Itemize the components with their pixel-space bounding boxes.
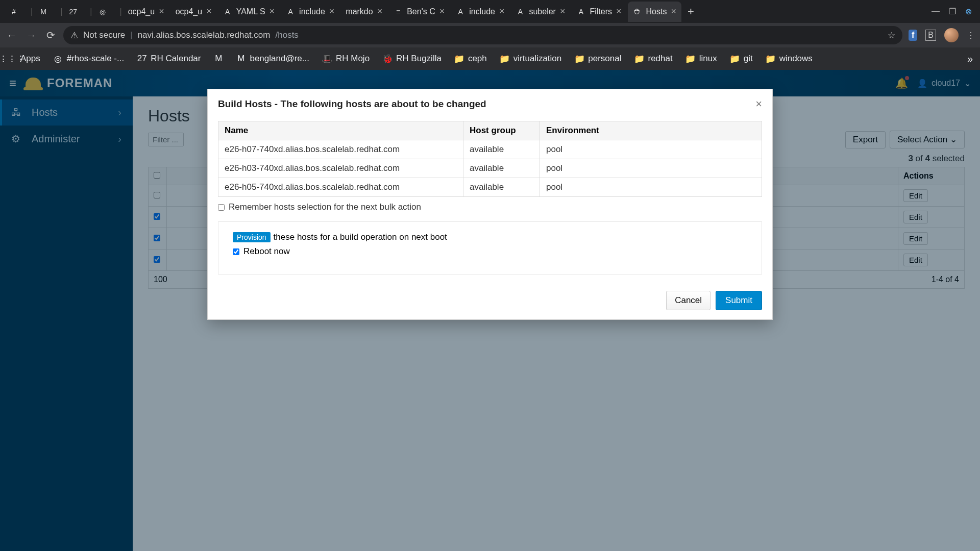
bookmark-item[interactable]: 27RH Calendar [137,54,201,64]
tab-favicon: A [456,7,465,16]
bookmark-item[interactable]: 📁linux [686,54,717,64]
bookmarks-bar: ⋮⋮⋮Apps◎#rhos-scale -...27RH CalendarMMb… [0,47,980,70]
bookmark-item[interactable]: 📁windows [766,54,813,64]
browser-tab[interactable]: ⛑Hosts× [628,2,681,22]
bookmark-item[interactable]: 📁virtualization [500,54,562,64]
bookmark-icon: M [214,54,223,63]
tab-favicon: ⛑ [633,7,642,16]
tab-favicon: 27 [68,7,78,16]
bookmark-item[interactable]: ⋮⋮⋮Apps [7,54,40,64]
bookmark-label: RH Mojo [336,54,370,64]
browser-tab[interactable]: 27 [63,2,89,22]
remember-checkbox-row[interactable]: Remember hosts selection for the next bu… [218,202,762,212]
tab-close-icon[interactable]: × [439,6,445,17]
tab-close-icon[interactable]: × [560,6,566,17]
bookmark-item[interactable]: 📁ceph [455,54,487,64]
menu-icon[interactable]: ⋮ [967,31,975,40]
browser-tab[interactable]: ocp4_u× [170,2,217,22]
tab-label: include [299,7,325,16]
provision-text: these hosts for a build operation on nex… [274,232,447,242]
reboot-row[interactable]: Reboot now [233,246,747,257]
tab-label: Filters [590,7,612,16]
tab-label: ocp4_u [128,7,155,16]
tab-favicon: A [286,7,295,16]
bookmark-item[interactable]: 📁git [730,54,753,64]
bookmark-item[interactable]: Mbengland@re... [236,54,309,64]
bookmark-icon: 📁 [730,54,740,63]
reload-button[interactable]: ⟳ [44,29,57,41]
tab-label: Ben's C [407,7,435,16]
remember-checkbox[interactable] [218,204,225,211]
tab-close-icon[interactable]: × [329,6,335,17]
url-field[interactable]: ⚠ Not secure | navi.alias.bos.scalelab.r… [63,26,902,44]
modal-title: Build Hosts - The following hosts are ab… [218,98,486,110]
cell-env: pool [540,140,762,159]
bookmark-label: linux [699,54,717,64]
submit-button[interactable]: Submit [716,291,762,310]
browser-tab[interactable]: ocp4_u× [123,2,169,22]
browser-tab[interactable]: AFilters× [571,2,626,22]
ext-icon-1[interactable]: f [909,30,917,41]
bookmark-item[interactable]: 🎩RH Mojo [323,54,370,64]
provision-line: Provision these hosts for a build operat… [233,232,747,242]
mcol-name[interactable]: Name [218,121,463,140]
tab-favicon: A [516,7,525,16]
modal-hosts-table: Name Host group Environment e26-h07-740x… [218,121,762,197]
tab-close-icon[interactable]: × [159,6,164,17]
cell-name: e26-h07-740xd.alias.bos.scalelab.redhat.… [218,140,463,159]
bookmark-label: RH Calendar [151,54,201,64]
tab-close-icon[interactable]: × [499,6,505,17]
bookmark-label: git [744,54,753,64]
bookmark-label: virtualization [513,54,562,64]
window-close[interactable]: ⊗ [965,7,972,16]
bookmarks-overflow[interactable]: » [967,53,973,65]
bookmark-label: RH Bugzilla [396,54,442,64]
close-icon[interactable]: × [755,97,762,111]
profile-avatar[interactable] [944,28,959,42]
browser-tab[interactable]: Asubeler× [510,2,570,22]
tab-close-icon[interactable]: × [671,6,676,17]
tab-close-icon[interactable]: × [377,6,383,17]
bookmark-icon: ◎ [54,54,63,63]
mcol-group[interactable]: Host group [463,121,540,140]
tab-favicon: # [9,7,18,16]
bookmark-label: redhat [648,54,673,64]
bookmark-item[interactable]: 📁personal [575,54,621,64]
tab-close-icon[interactable]: × [616,6,622,17]
mcol-env[interactable]: Environment [540,121,762,140]
bookmark-item[interactable]: 🐞RH Bugzilla [383,54,442,64]
back-button[interactable]: ← [5,30,18,41]
window-minimize[interactable]: — [932,7,940,16]
browser-tab[interactable]: ≡Ben's C× [388,2,450,22]
bookmark-item[interactable]: ◎#rhos-scale -... [54,54,124,64]
cancel-button[interactable]: Cancel [666,291,710,310]
bookmark-label: personal [588,54,621,64]
bookmark-item[interactable]: 📁redhat [635,54,673,64]
browser-tab[interactable]: AYAML S× [218,2,280,22]
bookmark-label: ceph [468,54,487,64]
tab-close-icon[interactable]: × [206,6,212,17]
browser-tab[interactable]: markdo× [340,2,387,22]
bookmark-icon: M [236,54,246,63]
star-icon[interactable]: ☆ [888,30,895,41]
build-hosts-modal: Build Hosts - The following hosts are ab… [207,89,773,320]
window-maximize[interactable]: ❐ [949,7,956,16]
browser-tab[interactable]: ◎ [93,2,118,22]
forward-button[interactable]: → [24,30,38,41]
ext-icon-2[interactable]: B [925,30,936,41]
bookmark-icon: 📁 [575,54,584,63]
cell-group: available [463,159,540,178]
browser-tab[interactable]: # [4,2,30,22]
bookmark-item[interactable]: M [214,54,223,63]
browser-tab[interactable]: Ainclude× [451,2,509,22]
reboot-checkbox[interactable] [233,248,239,255]
tab-favicon: A [223,7,232,16]
modal-table-row: e26-h03-740xd.alias.bos.scalelab.redhat.… [218,159,762,178]
bookmark-icon: 📁 [686,54,695,63]
remember-label: Remember hosts selection for the next bu… [229,202,421,212]
tab-close-icon[interactable]: × [270,6,275,17]
browser-tab[interactable]: Ainclude× [281,2,339,22]
browser-tab[interactable]: M [34,2,59,22]
bookmark-label: Apps [20,54,40,64]
new-tab-button[interactable]: + [682,5,699,18]
